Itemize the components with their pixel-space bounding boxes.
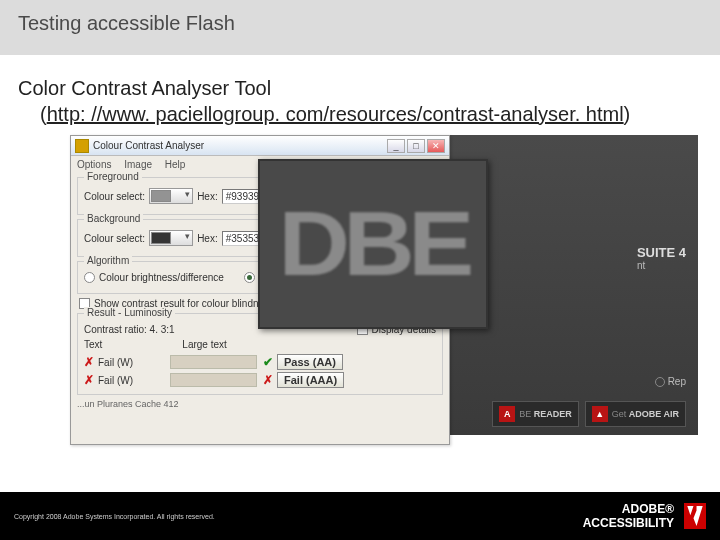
result-large-aa: ✔ Pass (AA) [263, 354, 436, 370]
maximize-button[interactable]: □ [407, 139, 425, 153]
adobe-logo-icon [684, 503, 706, 529]
background-group-title: Background [84, 213, 143, 224]
pass-icon: ✔ [263, 355, 273, 369]
app-icon [75, 139, 89, 153]
badge1-prefix: BE [519, 409, 531, 419]
rep-link[interactable]: Rep [655, 375, 686, 387]
pixel-preview: DBE [258, 159, 488, 329]
slide-title: Testing accessible Flash [0, 0, 720, 55]
refresh-icon [655, 377, 665, 387]
result-text-aa-label: Fail (W) [98, 357, 166, 368]
algorithm-group-title: Algorithm [84, 255, 132, 266]
result-text-aa: ✗ Fail (W) [84, 354, 257, 370]
menu-image[interactable]: Image [124, 159, 152, 170]
air-logo-icon: ▲ [592, 406, 608, 422]
suite-sublabel: nt [637, 260, 686, 271]
fail-icon: ✗ [84, 355, 94, 369]
preview-glyphs: DBE [278, 193, 467, 296]
content-heading: Color Contrast Analyser Tool (http: //ww… [0, 55, 720, 127]
fail-icon: ✗ [263, 373, 273, 387]
menu-options[interactable]: Options [77, 159, 111, 170]
copyright-text: Copyright 2008 Adobe Systems Incorporate… [14, 513, 215, 520]
status-row: ...un Pluranes Cache 412 [71, 399, 449, 413]
bg-colour-dropdown[interactable] [149, 230, 193, 246]
fg-colour-select-label: Colour select: [84, 191, 145, 202]
result-group-title: Result - Luminosity [84, 307, 175, 318]
alg-luminosity-radio[interactable] [244, 272, 255, 283]
suite-label: SUITE 4 [637, 245, 686, 260]
reader-badge[interactable]: A BE READER [492, 401, 579, 427]
fg-colour-dropdown[interactable] [149, 188, 193, 204]
fg-hex-label: Hex: [197, 191, 218, 202]
fail-icon: ✗ [84, 373, 94, 387]
result-large-aaa: ✗ Fail (AAA) [263, 372, 436, 388]
heading-main: Color Contrast Analyser Tool [18, 77, 271, 99]
menu-help[interactable]: Help [165, 159, 186, 170]
bg-hex-label: Hex: [197, 233, 218, 244]
alg-brightness-label: Colour brightness/difference [99, 272, 224, 283]
minimize-button[interactable]: _ [387, 139, 405, 153]
tool-link[interactable]: http: //www. paciellogroup. com/resource… [47, 103, 624, 125]
content-area: DBE O SUITE 4 nt Rep A BE READER ▲ Get A… [0, 135, 720, 455]
result-grid: ✗ Fail (W) ✔ Pass (AA) ✗ Fail (W) ✗ Fail… [84, 354, 436, 388]
footer: Copyright 2008 Adobe Systems Incorporate… [0, 492, 720, 540]
pass-aa-pill: Pass (AA) [277, 354, 343, 370]
window-title: Colour Contrast Analyser [93, 140, 204, 151]
fail-aaa-pill: Fail (AAA) [277, 372, 344, 388]
brand-line2: ACCESSIBILITY [583, 516, 674, 530]
alg-brightness-radio[interactable] [84, 272, 95, 283]
badge2-main: ADOBE AIR [629, 409, 679, 419]
brand-block: ADOBE® ACCESSIBILITY [583, 502, 674, 531]
text-header: Text [84, 339, 102, 350]
titlebar[interactable]: Colour Contrast Analyser _ □ ✕ [71, 136, 449, 156]
badge2-prefix: Get [612, 409, 627, 419]
brand-line1: ADOBE® [583, 502, 674, 516]
bg-colour-select-label: Colour select: [84, 233, 145, 244]
close-button[interactable]: ✕ [427, 139, 445, 153]
result-text-aaa: ✗ Fail (W) [84, 372, 257, 388]
air-badge[interactable]: ▲ Get ADOBE AIR [585, 401, 686, 427]
large-text-header: Large text [182, 339, 226, 350]
foreground-group-title: Foreground [84, 171, 142, 182]
result-text-aaa-label: Fail (W) [98, 375, 166, 386]
badge1-main: READER [534, 409, 572, 419]
contrast-ratio-label: Contrast ratio: 4. 3:1 [84, 324, 175, 335]
rep-label: Rep [668, 376, 686, 387]
adobe-logo-icon: A [499, 406, 515, 422]
